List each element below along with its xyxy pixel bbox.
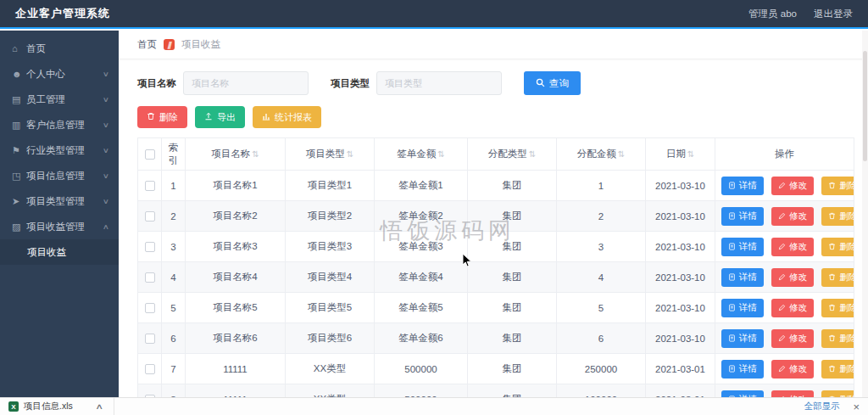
select-all-checkbox[interactable] — [145, 149, 155, 160]
sidebar-item-首页[interactable]: ⌂ 首页 — [0, 36, 119, 61]
row-checkbox[interactable] — [145, 242, 155, 252]
close-icon[interactable]: × — [853, 401, 860, 413]
column-header-分配金额[interactable]: 分配金额⇅ — [557, 138, 646, 171]
table-row: 1 项目名称1 项目类型1 签单金额1 集团 1 2021-03-10 详情 修 — [138, 171, 854, 201]
project-type-label: 项目类型 — [331, 77, 370, 90]
sidebar-item-员工管理[interactable]: ▤ 员工管理 ∨ — [0, 87, 119, 112]
row-checkbox[interactable] — [145, 181, 155, 191]
row-delete-button[interactable]: 删除 — [821, 268, 854, 287]
row-checkbox[interactable] — [145, 334, 155, 344]
column-header-分配类型[interactable]: 分配类型⇅ — [468, 138, 557, 171]
send-icon: ➤ — [12, 196, 26, 207]
column-header-签单金额[interactable]: 签单金额⇅ — [375, 138, 468, 171]
trash-icon — [828, 181, 836, 191]
row-delete-button[interactable]: 删除 — [821, 329, 854, 348]
cell-alloc-type: 集团 — [468, 201, 557, 232]
column-header-日期[interactable]: 日期⇅ — [646, 138, 715, 171]
cell-sign-amount: 签单金额1 — [375, 171, 468, 201]
column-header-项目名称[interactable]: 项目名称⇅ — [186, 138, 286, 171]
edit-button[interactable]: 修改 — [771, 177, 814, 195]
sort-icon[interactable]: ⇅ — [252, 149, 259, 159]
row-delete-button[interactable]: 删除 — [821, 360, 854, 379]
edit-button[interactable]: 修改 — [771, 207, 814, 226]
sort-icon[interactable]: ⇅ — [347, 149, 353, 159]
detail-button[interactable]: 详情 — [721, 299, 764, 317]
cell-index: 2 — [162, 201, 186, 232]
scrollbar-thumb[interactable] — [863, 51, 867, 161]
edit-button[interactable]: 修改 — [771, 390, 814, 398]
query-button[interactable]: 查询 — [524, 71, 581, 95]
download-item[interactable]: X 项目信息.xls ∧ — [8, 398, 114, 415]
edit-button[interactable]: 修改 — [771, 238, 814, 256]
export-button[interactable]: 导出 — [195, 106, 245, 128]
edit-button[interactable]: 修改 — [771, 360, 814, 379]
cell-project-name: 项目名称2 — [186, 201, 286, 232]
delete-button[interactable]: 删除 — [137, 106, 187, 128]
detail-button[interactable]: 详情 — [721, 177, 764, 195]
chevron-down-icon: ∨ — [103, 70, 109, 78]
sort-icon[interactable]: ⇅ — [618, 149, 625, 159]
column-header-项目类型[interactable]: 项目类型⇅ — [286, 138, 375, 171]
document-icon — [728, 364, 736, 374]
row-delete-button[interactable]: 删除 — [821, 390, 854, 398]
row-checkbox[interactable] — [145, 364, 155, 374]
header-right: 管理员 abo 退出登录 — [748, 8, 853, 20]
cell-project-type: 项目类型6 — [286, 323, 375, 354]
cell-alloc-amount: 250000 — [557, 354, 646, 384]
sort-icon[interactable]: ⇅ — [687, 149, 694, 159]
row-checkbox[interactable] — [145, 211, 155, 222]
table-row: 3 项目名称3 项目类型3 签单金额3 集团 3 2021-03-10 详情 修 — [138, 232, 854, 262]
vertical-scrollbar[interactable] — [862, 31, 868, 397]
chevron-up-icon[interactable]: ∧ — [95, 402, 103, 411]
row-delete-button[interactable]: 删除 — [821, 299, 854, 317]
row-delete-button[interactable]: 删除 — [821, 207, 854, 226]
project-type-input[interactable] — [376, 71, 502, 95]
sidebar-item-个人中心[interactable]: ☻ 个人中心 ∨ — [0, 61, 119, 87]
cell-actions: 详情 修改 删除 — [715, 323, 854, 354]
current-user[interactable]: 管理员 abo — [748, 8, 797, 20]
sort-icon[interactable]: ⇅ — [529, 149, 536, 159]
row-delete-button[interactable]: 删除 — [821, 238, 854, 256]
table-row: 2 项目名称2 项目类型2 签单金额2 集团 2 2021-03-10 详情 修 — [138, 201, 854, 232]
cell-alloc-amount: 5 — [557, 293, 646, 323]
sidebar-item-行业类型管理[interactable]: ⚑ 行业类型管理 ∨ — [0, 137, 119, 163]
project-income-table: 索引项目名称⇅项目类型⇅签单金额⇅分配类型⇅分配金额⇅日期⇅操作 1 项目名称1… — [137, 137, 868, 397]
cell-date: 2021-03-10 — [646, 293, 715, 323]
logout-link[interactable]: 退出登录 — [814, 8, 853, 20]
detail-button[interactable]: 详情 — [721, 390, 764, 398]
row-checkbox[interactable] — [145, 303, 155, 313]
sidebar-item-客户信息管理[interactable]: ▥ 客户信息管理 ∨ — [0, 112, 119, 137]
cell-date: 2021-03-10 — [646, 262, 715, 293]
sidebar-item-项目类型管理[interactable]: ➤ 项目类型管理 ∨ — [0, 188, 119, 214]
edit-button[interactable]: 修改 — [771, 329, 814, 348]
row-delete-button[interactable]: 删除 — [821, 177, 854, 195]
home-icon: ⌂ — [12, 43, 26, 53]
edit-button[interactable]: 修改 — [771, 268, 814, 287]
cell-alloc-amount: 100000 — [557, 384, 646, 398]
detail-button[interactable]: 详情 — [721, 207, 764, 226]
sidebar-subitem-项目收益[interactable]: 项目收益 — [0, 239, 119, 265]
table-row: 8 11111 XX类型 500000 集团 100000 2021-03-01… — [138, 384, 854, 398]
detail-button[interactable]: 详情 — [721, 268, 764, 287]
row-checkbox[interactable] — [145, 272, 155, 283]
cell-date: 2021-03-01 — [646, 384, 715, 398]
table-header-row: 索引项目名称⇅项目类型⇅签单金额⇅分配类型⇅分配金额⇅日期⇅操作 — [138, 138, 854, 171]
cell-date: 2021-03-10 — [646, 201, 715, 232]
cell-alloc-type: 集团 — [468, 354, 557, 384]
frame-icon: ◳ — [12, 171, 26, 182]
detail-button[interactable]: 详情 — [721, 360, 764, 379]
sort-icon[interactable]: ⇅ — [437, 149, 444, 159]
detail-button[interactable]: 详情 — [721, 329, 764, 348]
breadcrumb-home[interactable]: 首页 — [137, 38, 157, 51]
cell-date: 2021-03-01 — [646, 354, 715, 384]
detail-button[interactable]: 详情 — [721, 238, 764, 256]
report-button[interactable]: 统计报表 — [253, 106, 321, 128]
cell-sign-amount: 签单金额2 — [375, 201, 468, 232]
cell-index: 6 — [162, 323, 186, 354]
sidebar-item-项目信息管理[interactable]: ◳ 项目信息管理 ∨ — [0, 163, 119, 188]
edit-button[interactable]: 修改 — [771, 299, 814, 317]
show-all-downloads-link[interactable]: 全部显示 — [804, 401, 839, 412]
sidebar-item-项目收益管理[interactable]: ▨ 项目收益管理 ∧ — [0, 214, 119, 239]
project-name-input[interactable] — [183, 71, 309, 95]
cell-date: 2021-03-10 — [646, 232, 715, 262]
